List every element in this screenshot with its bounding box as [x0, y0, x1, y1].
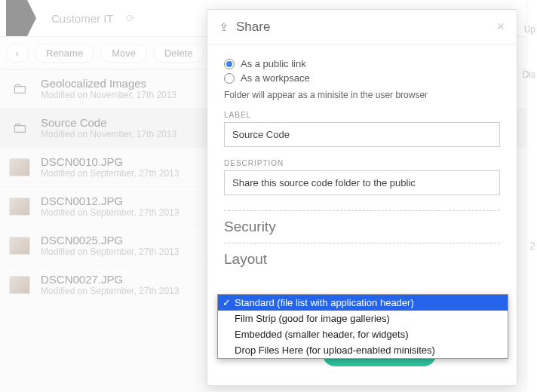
dropdown-option[interactable]: Standard (file list with application hea…	[218, 295, 508, 311]
share-icon: ⇪	[219, 21, 229, 33]
dropdown-option[interactable]: Embedded (smaller header, for widgets)	[218, 326, 508, 342]
radio-label: As a public link	[241, 58, 306, 69]
radio-workspace[interactable]: As a workpsace	[224, 72, 500, 84]
dropdown-option[interactable]: Drop Files Here (for upload-enabled mini…	[218, 342, 508, 358]
divider	[224, 210, 500, 211]
layout-section-title: Layout	[224, 251, 500, 268]
share-hint: Folder will appear as a minisite in the …	[224, 90, 500, 100]
radio-label: As a workpsace	[241, 72, 310, 84]
description-input[interactable]	[224, 170, 500, 195]
radio-icon	[224, 59, 235, 69]
layout-dropdown[interactable]: Standard (file list with application hea…	[217, 294, 508, 359]
radio-public-link[interactable]: As a public link	[224, 58, 500, 69]
field-label: LABEL	[224, 111, 500, 119]
field-label: DESCRIPTION	[224, 159, 500, 167]
close-icon[interactable]: ×	[496, 19, 505, 35]
label-input[interactable]	[224, 122, 500, 147]
radio-icon	[224, 73, 235, 84]
security-section-title: Security	[224, 219, 500, 235]
dialog-title: Share	[236, 20, 489, 35]
dropdown-option[interactable]: Film Strip (good for image galleries)	[218, 311, 508, 326]
divider	[224, 243, 500, 243]
